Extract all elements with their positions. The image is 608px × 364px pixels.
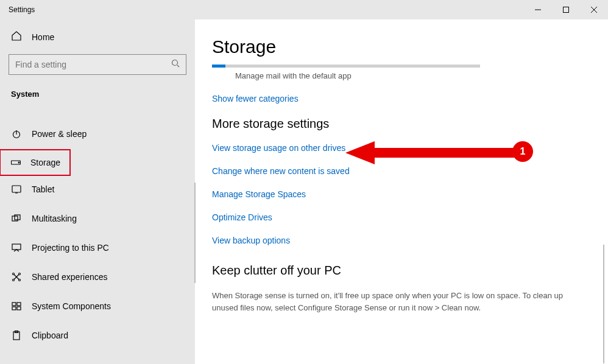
more-storage-heading: More storage settings bbox=[212, 117, 591, 131]
sidebar-item-label: Multitasking bbox=[32, 214, 77, 223]
link-optimize-drives[interactable]: Optimize Drives bbox=[212, 212, 591, 222]
page-title: Storage bbox=[212, 37, 591, 57]
sidebar: Home System Power & sleep St bbox=[0, 19, 195, 364]
window-controls bbox=[524, 0, 608, 19]
link-change-new-content[interactable]: Change where new content is saved bbox=[212, 166, 591, 176]
clipboard-icon bbox=[11, 331, 22, 340]
svg-rect-23 bbox=[12, 307, 16, 310]
sidebar-item-multitasking[interactable]: Multitasking bbox=[0, 205, 195, 232]
home-label: Home bbox=[32, 32, 54, 42]
link-view-storage-usage[interactable]: View storage usage on other drives bbox=[212, 143, 591, 153]
mail-usage-fill bbox=[212, 65, 225, 68]
svg-rect-22 bbox=[17, 303, 21, 306]
sidebar-item-power-sleep[interactable]: Power & sleep bbox=[0, 121, 195, 147]
sidebar-item-label: Shared experiences bbox=[32, 272, 108, 282]
sidebar-item-clipboard[interactable]: Clipboard bbox=[0, 322, 195, 349]
sidebar-item-label: Storage bbox=[30, 158, 60, 167]
components-icon bbox=[11, 302, 22, 310]
svg-rect-1 bbox=[564, 7, 569, 13]
svg-point-4 bbox=[172, 60, 178, 66]
close-button[interactable] bbox=[580, 0, 608, 19]
window-title: Settings bbox=[9, 5, 35, 14]
sidebar-nav-list: Power & sleep Storage Tablet Multitaskin… bbox=[0, 121, 195, 349]
title-bar: Settings bbox=[0, 0, 608, 19]
sidebar-item-label: Tablet bbox=[32, 184, 54, 194]
mail-usage-bar bbox=[212, 65, 480, 68]
sidebar-item-label: Projecting to this PC bbox=[32, 243, 109, 253]
sidebar-item-projecting[interactable]: Projecting to this PC bbox=[0, 234, 195, 261]
search-icon bbox=[171, 59, 180, 70]
progress-row bbox=[212, 65, 591, 68]
shared-icon bbox=[11, 272, 22, 282]
power-icon bbox=[11, 129, 22, 139]
storage-icon bbox=[11, 159, 21, 166]
home-icon bbox=[11, 30, 22, 43]
link-manage-storage-spaces[interactable]: Manage Storage Spaces bbox=[212, 189, 591, 199]
svg-rect-10 bbox=[12, 186, 21, 192]
svg-rect-24 bbox=[17, 307, 21, 310]
svg-point-9 bbox=[18, 162, 19, 163]
home-nav[interactable]: Home bbox=[0, 30, 195, 52]
search-box[interactable] bbox=[9, 54, 186, 75]
clutter-heading: Keep clutter off your PC bbox=[212, 264, 591, 278]
sidebar-item-tablet[interactable]: Tablet bbox=[0, 176, 195, 203]
sidebar-item-label: System Components bbox=[32, 301, 111, 311]
svg-rect-21 bbox=[12, 303, 16, 306]
sidebar-item-storage[interactable]: Storage bbox=[0, 150, 70, 175]
clutter-description: When Storage sense is turned on, it'll f… bbox=[212, 290, 591, 313]
content-pane: Storage Manage mail with the default app… bbox=[195, 19, 608, 364]
mail-usage-caption: Manage mail with the default app bbox=[235, 71, 591, 80]
multitasking-icon bbox=[11, 214, 22, 223]
sidebar-item-label: Clipboard bbox=[32, 331, 68, 340]
link-view-backup-options[interactable]: View backup options bbox=[212, 236, 591, 245]
content-scrollbar[interactable] bbox=[603, 245, 604, 363]
sidebar-section-title: System bbox=[0, 86, 195, 107]
sidebar-item-shared-experiences[interactable]: Shared experiences bbox=[0, 264, 195, 290]
maximize-button[interactable] bbox=[552, 0, 580, 19]
tablet-icon bbox=[11, 185, 22, 194]
show-fewer-link[interactable]: Show fewer categories bbox=[212, 94, 591, 103]
sidebar-item-system-components[interactable]: System Components bbox=[0, 293, 195, 320]
projecting-icon bbox=[11, 243, 22, 252]
svg-line-5 bbox=[177, 65, 179, 67]
svg-rect-14 bbox=[12, 244, 21, 250]
minimize-button[interactable] bbox=[524, 0, 552, 19]
sidebar-item-label: Power & sleep bbox=[32, 129, 87, 139]
search-input[interactable] bbox=[15, 60, 171, 69]
